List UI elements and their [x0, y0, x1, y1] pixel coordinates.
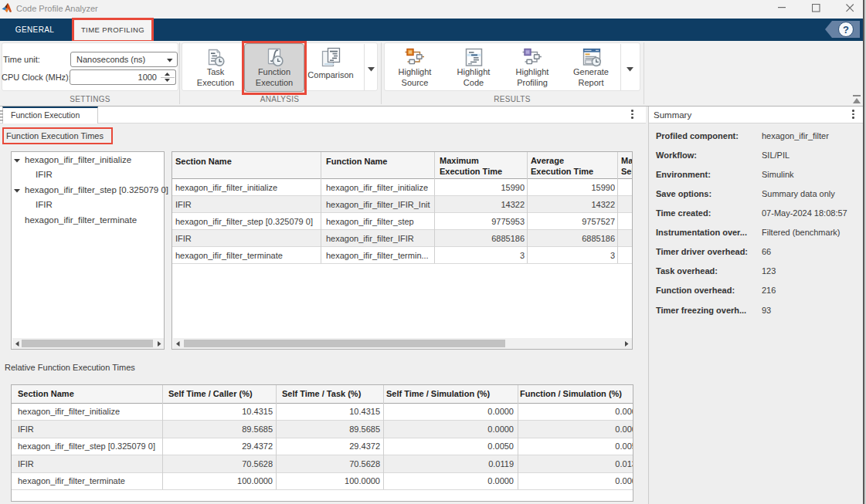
svg-text:?: ? — [843, 24, 849, 36]
